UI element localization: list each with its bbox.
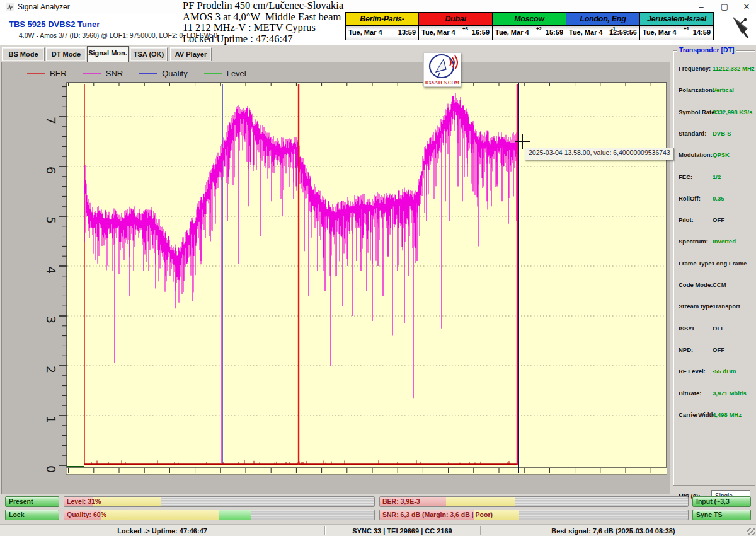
ber-gauge: BER: 3,9E-3 [379,496,689,507]
site-description: PF Prodelin 450 cm/Lučenec-Slovakia AMOS… [183,0,343,44]
snr-gauge-label: SNR: 6,3 dB (Margin: 3,6 dB | Poor) [382,511,493,518]
y-tick-label-2: 2 [44,366,58,373]
dxsatcs-logo: DXSATCS.COM [423,52,461,87]
chart-tooltip: 2025-03-04 13.58.00, value: 6,4000000953… [525,148,674,160]
clock-time-row: Tue, Mar 4+114:59 [640,26,713,40]
tp-label-13: NPD: [679,346,693,353]
clock-time-row: Tue, Mar 413:59 [346,26,418,40]
clock-time-row: Tue, Mar 4+316:59 [419,26,492,40]
world-clocks: Berlin-Paris-LučenecTue, Mar 413:59Dubai… [345,12,714,42]
tp-label-3: Standard: [679,130,706,137]
clock-time: 16:59 [472,28,490,36]
site-line-2: AMOS 3 at 4,0°W_Middle East beam [183,11,343,23]
lock-indicator: Lock [5,510,59,520]
clock-city: Berlin-Paris-Lučenec [346,13,418,26]
tp-value-13: OFF [713,346,724,353]
site-line-4: Locked Uptime : 47:46:47 [183,33,343,45]
clock-time: 13:59 [398,28,416,36]
clock-city: London, Eng [566,13,639,26]
tp-label-0: Frequency: [679,65,711,72]
tp-label-11: Stream type: [679,303,715,310]
tp-label-5: FEC: [679,173,692,180]
tp-value-11: Transport [713,303,740,310]
clock-date: Tue, Mar 4 [421,28,455,36]
tp-value-7: OFF [713,216,724,223]
clock-city: Dubai [419,13,492,26]
clock-time-row: Tue, Mar 4+215:59 [493,26,566,40]
maximize-button[interactable]: ▢ [714,0,735,14]
y-tick-label-4: 4 [44,266,58,274]
snr-gauge: SNR: 6,3 dB (Margin: 3,6 dB | Poor) [379,510,689,520]
quality-gauge: Quality: 60% [64,510,375,520]
level-gauge-label: Level: 31% [67,498,101,505]
dxsatcs-logo-caption: DXSATCS.COM [424,80,461,86]
y-tick-label-7: 7 [44,117,58,124]
tp-value-4: QPSK [713,151,730,158]
resize-grip[interactable] [747,528,755,535]
tab-bs-mode[interactable]: BS Mode [2,47,45,61]
clock-2: DubaiTue, Mar 4+316:59 [419,12,493,40]
level-gauge-fill [93,497,161,506]
tp-value-6: 0.35 [713,195,724,202]
clock-time: 15:59 [546,28,563,36]
tab-signal-mon[interactable]: Signal Mon. [87,46,129,62]
tp-label-12: ISSYI [679,325,694,332]
site-line-3: 11 212 MHz-V : METV Cyprus [183,22,343,33]
level-gauge: Level: 31% [64,496,375,507]
clock-date: Tue, Mar 4 [495,28,529,36]
status-bar: Locked -> Uptime: 47:46:47 SYNC 33 | TEI… [0,524,756,536]
satellite-dish-icon [731,15,752,39]
tp-label-7: Pilot: [679,216,694,223]
tab-av-player[interactable]: AV Player [170,47,212,61]
tp-label-14: RF Level: [679,368,706,375]
clock-time: 14:59 [693,28,711,36]
tp-label-16: CarrierWidth: [679,411,717,418]
tp-value-1: Vertical [713,86,734,93]
clock-1: Berlin-Paris-LučenecTue, Mar 413:59 [345,12,419,40]
tp-label-10: Code Mode: [679,281,713,288]
status-best-signal: Best signal: 7,6 dB (2025-03-04 08:38) [480,525,747,536]
clock-date: Tue, Mar 4 [348,28,382,36]
y-tick-label-5: 5 [44,216,58,224]
y-tick-label-1: 1 [44,416,58,423]
tp-value-14: -55 dBm [713,368,736,375]
quality-gauge-fill [101,510,219,520]
tp-label-6: RollOff: [679,195,701,202]
tp-value-8: Inverted [713,238,736,245]
clock-3: MoscowTue, Mar 4+215:59 [493,12,566,40]
status-sync-counters: SYNC 33 | TEI 29669 | CC 2169 [324,525,480,536]
header-area: Signal Analyzer – ▢ ✕ TBS 5925 DVBS2 Tun… [0,0,756,45]
clock-utc-offset: +3 [462,26,468,32]
tp-value-9: Long Frame [713,260,747,267]
clock-city: Jerusalem-Israel [640,13,713,26]
tp-value-12: OFF [713,325,724,332]
y-tick-label-0: 0 [44,465,58,473]
present-indicator: Present [5,496,59,507]
signal-plot[interactable]: 01234567 [2,62,668,492]
tuner-name: TBS 5925 DVBS2 Tuner [9,20,100,29]
clock-5: Jerusalem-IsraelTue, Mar 4+114:59 [640,12,714,40]
ber-gauge-label: BER: 3,9E-3 [382,498,420,505]
tp-value-3: DVB-S [713,130,731,137]
clock-time: 12:59:56 [609,28,637,36]
tp-value-0: 11212,332 MHz [713,65,755,72]
y-tick-label-3: 3 [44,316,58,323]
chart-panel: BERSNRQualityLevel 01234567 2025-03-04 1… [1,62,670,494]
status-uptime: Locked -> Uptime: 47:46:47 [0,525,324,536]
clock-utc-offset: +2 [536,26,542,32]
quality-gauge-label: Quality: 60% [67,511,106,518]
clock-city: Moscow [493,13,566,26]
dxsatcs-logo-graphic [425,53,460,79]
sync-ts-button: Sync TS [692,510,751,520]
tp-label-1: Polarization: [679,86,714,93]
tp-label-8: Spectrum: [679,238,708,245]
clock-date: Tue, Mar 4 [569,28,603,36]
y-tick-label-6: 6 [44,166,58,174]
input-rate-button: Input (~3,3 Mbps) [692,496,751,507]
tab-tsa-ok[interactable]: TSA (OK) [130,47,168,61]
tab-dt-mode[interactable]: DT Mode [46,47,86,61]
signal-analyzer-window: Signal Analyzer – ▢ ✕ TBS 5925 DVBS2 Tun… [0,0,756,536]
clock-date: Tue, Mar 4 [643,28,677,36]
tp-label-9: Frame Type: [679,260,714,267]
close-button[interactable]: ✕ [736,0,756,14]
